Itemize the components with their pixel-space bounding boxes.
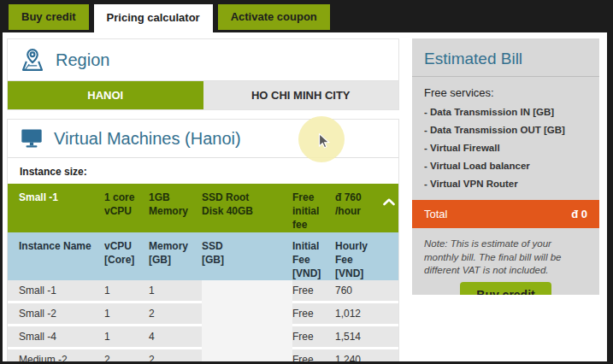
cell-initial-fee: Free <box>292 303 335 326</box>
cell-hourly-fee: 1,514 <box>335 326 383 349</box>
cell-memory: 2 <box>149 349 202 361</box>
col-header-hourly-fee: Hourly Fee [VND] <box>335 232 383 281</box>
total-label: Total <box>424 208 447 220</box>
tab-buy-credit[interactable]: Buy credit <box>9 4 89 30</box>
content-area: Region HANOI HO CHI MINH CITY Virtual Ma… <box>3 32 607 361</box>
table-row-small-1[interactable]: Small -1 1 1 Free 760 <box>8 280 398 301</box>
summary-memory: 1GB Memory <box>149 184 202 232</box>
col-header-instance-name: Instance Name <box>8 232 104 281</box>
region-header: Region <box>8 39 398 81</box>
cursor-highlight <box>298 116 345 162</box>
virtual-machines-section: Virtual Machines (Hanoi) Instance size: … <box>7 119 399 361</box>
table-row-small-2[interactable]: Small -2 1 2 Free 1,012 <box>8 303 398 324</box>
table-row-medium-2[interactable]: Medium -2 2 2 Free 1,240 <box>8 349 398 361</box>
cell-vcpu: 1 <box>104 326 149 349</box>
monitor-icon <box>20 127 44 150</box>
cell-instance-name: Small -1 <box>8 280 104 303</box>
cell-hourly-fee: 1,240 <box>335 349 383 361</box>
region-button-hanoi[interactable]: HANOI <box>8 81 203 109</box>
chevron-up-icon[interactable] <box>383 184 398 232</box>
total-row: Total đ 0 <box>412 200 599 228</box>
free-service-item: - Virtual Load balancer <box>424 161 587 171</box>
vm-title: Virtual Machines (Hanoi) <box>54 129 241 149</box>
col-header-vcpu: vCPU [Core] <box>104 232 149 281</box>
cell-initial-fee: Free <box>292 326 335 349</box>
mouse-cursor-icon <box>318 133 331 149</box>
free-service-item: - Data Transmission IN [GB] <box>424 107 587 117</box>
cell-initial-fee: Free <box>292 349 335 361</box>
cell-vcpu: 2 <box>104 349 149 361</box>
bill-note: Note: This is estimate of your monthly b… <box>424 238 587 278</box>
buy-credit-button[interactable]: Buy credit <box>460 282 551 295</box>
estimated-bill-title: Estimated Bill <box>412 38 599 77</box>
summary-price: đ 760 /hour <box>335 184 383 232</box>
cell-memory: 4 <box>149 326 202 349</box>
cell-ssd <box>202 280 292 303</box>
table-row-small-4[interactable]: Small -4 1 4 Free 1,514 <box>8 326 398 347</box>
free-service-item: - Virtual Firewall <box>424 143 587 153</box>
cell-instance-name: Small -2 <box>8 303 104 326</box>
cell-memory: 2 <box>149 303 202 326</box>
summary-instance-name: Small -1 <box>8 184 104 232</box>
cell-vcpu: 1 <box>104 303 149 326</box>
cell-instance-name: Small -4 <box>8 326 104 349</box>
region-toggle: HANOI HO CHI MINH CITY <box>8 81 398 109</box>
region-section: Region HANOI HO CHI MINH CITY <box>7 38 399 110</box>
col-header-initial-fee: Initial Fee [VND] <box>292 232 335 281</box>
cell-memory: 1 <box>149 280 202 303</box>
summary-cpu: 1 core vCPU <box>104 184 149 232</box>
cell-ssd <box>202 303 292 326</box>
free-services-label: Free services: <box>424 86 587 99</box>
cell-vcpu: 1 <box>104 280 149 303</box>
estimated-bill-panel: Estimated Bill Free services: - Data Tra… <box>412 38 599 295</box>
free-service-item: - Data Transmission OUT [GB] <box>424 125 587 135</box>
region-title: Region <box>56 50 109 70</box>
region-button-ho-chi-minh-city[interactable]: HO CHI MINH CITY <box>203 81 399 109</box>
tab-bar: Buy credit Pricing calculator Activate c… <box>9 4 330 32</box>
tab-pricing-calculator[interactable]: Pricing calculator <box>94 4 213 32</box>
col-header-memory: Memory [GB] <box>149 232 202 281</box>
vm-table-header: Instance Name vCPU [Core] Memory [GB] SS… <box>8 232 398 281</box>
total-value: đ 0 <box>571 208 587 220</box>
map-pin-icon <box>20 47 45 73</box>
col-header-ssd: SSD [GB] <box>202 232 292 281</box>
selected-instance-summary[interactable]: Small -1 1 core vCPU 1GB Memory SSD Root… <box>8 184 398 232</box>
cell-initial-fee: Free <box>292 280 335 303</box>
cell-hourly-fee: 760 <box>335 280 383 303</box>
cell-ssd <box>202 349 292 361</box>
instance-size-label: Instance size: <box>8 158 398 184</box>
summary-initial-fee: Free initial fee <box>292 184 335 232</box>
tab-activate-coupon[interactable]: Activate coupon <box>218 4 330 30</box>
cell-instance-name: Medium -2 <box>8 349 104 361</box>
summary-ssd: SSD Root Disk 40GB <box>202 184 292 232</box>
free-service-item: - Virtual VPN Router <box>424 179 587 189</box>
cell-hourly-fee: 1,012 <box>335 303 383 326</box>
cell-ssd <box>202 326 292 349</box>
